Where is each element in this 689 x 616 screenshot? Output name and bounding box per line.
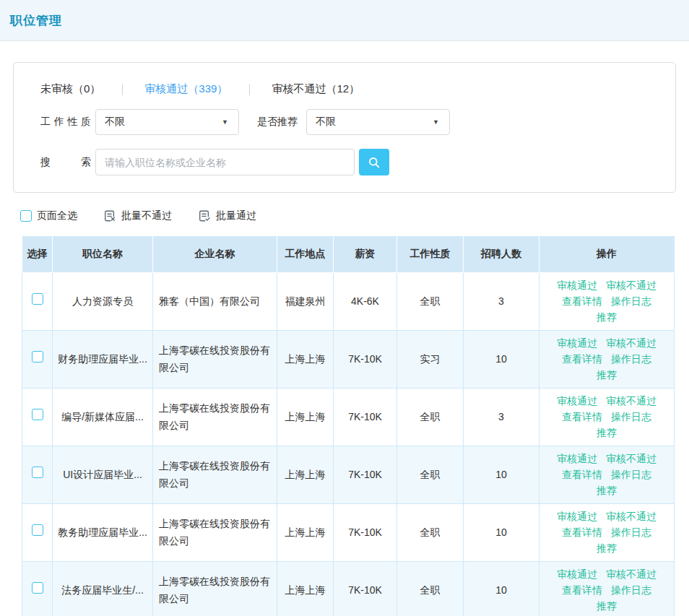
action-view-detail-link[interactable]: 查看详情 bbox=[562, 526, 602, 538]
recommend-select[interactable]: 不限 ▼ bbox=[306, 109, 450, 135]
page-header-band: 职位管理 bbox=[0, 0, 689, 41]
location-cell: 上海上海 bbox=[277, 503, 334, 561]
action-reject-link[interactable]: 审核不通过 bbox=[606, 395, 656, 407]
action-recommend-link[interactable]: 推荐 bbox=[597, 369, 617, 381]
location-cell: 上海上海 bbox=[277, 330, 334, 388]
salary-cell: 7K-10K bbox=[334, 561, 397, 616]
location-cell: 福建泉州 bbox=[277, 272, 334, 330]
action-view-detail-link[interactable]: 查看详情 bbox=[562, 295, 602, 307]
action-log-link[interactable]: 操作日志 bbox=[611, 584, 651, 596]
action-approve-link[interactable]: 审核通过 bbox=[557, 337, 597, 349]
company-name: 上海零碳在线投资股份有限公司 bbox=[159, 402, 270, 431]
nature-cell: 全职 bbox=[397, 272, 464, 330]
job-nature: 全职 bbox=[420, 295, 441, 307]
job-nature-select[interactable]: 不限 ▼ bbox=[95, 109, 239, 135]
job-nature-value: 不限 bbox=[105, 116, 125, 129]
recruit-count: 10 bbox=[495, 469, 507, 480]
recruit-count: 10 bbox=[495, 353, 507, 365]
work-location: 上海上海 bbox=[285, 584, 326, 596]
batch-approve-button[interactable]: 批量通过 bbox=[198, 209, 256, 222]
batch-reject-label: 批量不通过 bbox=[121, 209, 172, 222]
count-cell: 3 bbox=[464, 272, 540, 330]
action-reject-link[interactable]: 审核不通过 bbox=[606, 453, 656, 464]
actions-cell: 审核通过审核不通过查看详情操作日志推荐 bbox=[540, 561, 675, 616]
action-approve-link[interactable]: 审核通过 bbox=[557, 453, 597, 464]
position-name: 教务助理应届毕业... bbox=[58, 526, 147, 538]
tab-approved[interactable]: 审核通过（339） bbox=[144, 82, 228, 96]
search-button[interactable] bbox=[359, 149, 389, 175]
tab-rejected[interactable]: 审核不通过（12） bbox=[272, 82, 360, 96]
row-checkbox[interactable] bbox=[32, 467, 43, 478]
action-approve-link[interactable]: 审核通过 bbox=[557, 279, 597, 291]
action-view-detail-link[interactable]: 查看详情 bbox=[562, 584, 602, 596]
salary-cell: 7K-10K bbox=[334, 388, 397, 446]
row-checkbox[interactable] bbox=[32, 582, 43, 594]
company-cell: 上海零碳在线投资股份有限公司 bbox=[153, 388, 277, 446]
position-cell: 教务助理应届毕业... bbox=[53, 503, 153, 561]
work-location: 上海上海 bbox=[285, 469, 326, 480]
action-reject-link[interactable]: 审核不通过 bbox=[606, 568, 656, 580]
action-recommend-link[interactable]: 推荐 bbox=[597, 485, 617, 496]
company-cell: 上海零碳在线投资股份有限公司 bbox=[153, 330, 277, 388]
column-header-company: 企业名称 bbox=[153, 236, 277, 272]
table-row: 编导/新媒体应届... 上海零碳在线投资股份有限公司 上海上海 7K-10K 全… bbox=[22, 388, 675, 446]
action-reject-link[interactable]: 审核不通过 bbox=[606, 337, 656, 349]
action-view-detail-link[interactable]: 查看详情 bbox=[562, 469, 602, 480]
action-recommend-link[interactable]: 推荐 bbox=[597, 542, 617, 554]
nature-cell: 全职 bbox=[397, 388, 464, 446]
action-log-link[interactable]: 操作日志 bbox=[611, 469, 651, 480]
action-approve-link[interactable]: 审核通过 bbox=[557, 511, 597, 522]
action-log-link[interactable]: 操作日志 bbox=[611, 353, 651, 365]
select-all-checkbox[interactable] bbox=[20, 210, 32, 222]
action-log-link[interactable]: 操作日志 bbox=[611, 411, 651, 422]
count-cell: 10 bbox=[464, 503, 540, 561]
company-name: 上海零碳在线投资股份有限公司 bbox=[159, 518, 270, 547]
page-title: 职位管理 bbox=[10, 12, 62, 29]
count-cell: 10 bbox=[464, 446, 540, 503]
filter-row: 工 作 性 质 不限 ▼ 是否推荐 不限 ▼ bbox=[40, 109, 649, 135]
action-log-link[interactable]: 操作日志 bbox=[611, 295, 651, 307]
action-approve-link[interactable]: 审核通过 bbox=[557, 395, 597, 407]
actions-cell: 审核通过审核不通过查看详情操作日志推荐 bbox=[540, 446, 675, 503]
actions-cell: 审核通过审核不通过查看详情操作日志推荐 bbox=[540, 503, 675, 561]
select-cell bbox=[22, 388, 53, 446]
action-approve-link[interactable]: 审核通过 bbox=[557, 568, 597, 580]
search-input[interactable] bbox=[95, 149, 355, 175]
job-nature-label: 工 作 性 质 bbox=[40, 116, 91, 129]
table-row: 财务助理应届毕业... 上海零碳在线投资股份有限公司 上海上海 7K-10K 实… bbox=[22, 330, 675, 388]
action-reject-link[interactable]: 审核不通过 bbox=[606, 511, 656, 522]
work-location: 上海上海 bbox=[285, 353, 326, 365]
job-nature: 全职 bbox=[420, 469, 441, 480]
salary-range: 7K-10K bbox=[348, 584, 382, 596]
select-cell bbox=[22, 330, 53, 388]
batch-reject-button[interactable]: 批量不通过 bbox=[103, 209, 172, 222]
tab-divider bbox=[122, 84, 123, 95]
positions-table: 选择 职位名称 企业名称 工作地点 薪资 工作性质 招聘人数 操作 人力资源专员… bbox=[22, 236, 675, 616]
column-header-count: 招聘人数 bbox=[464, 236, 540, 272]
row-checkbox[interactable] bbox=[32, 351, 43, 363]
location-cell: 上海上海 bbox=[277, 388, 334, 446]
table-header-row: 选择 职位名称 企业名称 工作地点 薪资 工作性质 招聘人数 操作 bbox=[22, 236, 675, 272]
company-name: 上海零碳在线投资股份有限公司 bbox=[159, 576, 270, 604]
job-nature: 实习 bbox=[420, 353, 441, 365]
action-view-detail-link[interactable]: 查看详情 bbox=[562, 411, 602, 422]
action-reject-link[interactable]: 审核不通过 bbox=[606, 279, 656, 291]
action-log-link[interactable]: 操作日志 bbox=[611, 526, 651, 538]
action-recommend-link[interactable]: 推荐 bbox=[597, 600, 617, 612]
tab-unreviewed[interactable]: 未审核（0） bbox=[40, 82, 100, 96]
row-checkbox[interactable] bbox=[32, 293, 43, 305]
company-name: 上海零碳在线投资股份有限公司 bbox=[159, 344, 270, 373]
action-recommend-link[interactable]: 推荐 bbox=[597, 311, 617, 323]
table-body: 人力资源专员 雅客（中国）有限公司 福建泉州 4K-6K 全职 3 审核通过审核… bbox=[22, 272, 675, 616]
row-checkbox[interactable] bbox=[32, 409, 43, 420]
job-nature: 全职 bbox=[420, 584, 441, 596]
action-view-detail-link[interactable]: 查看详情 bbox=[562, 353, 602, 365]
column-header-nature: 工作性质 bbox=[397, 236, 464, 272]
column-header-location: 工作地点 bbox=[277, 236, 334, 272]
company-cell: 上海零碳在线投资股份有限公司 bbox=[153, 503, 277, 561]
row-checkbox[interactable] bbox=[32, 524, 43, 536]
action-recommend-link[interactable]: 推荐 bbox=[597, 427, 617, 438]
company-name: 上海零碳在线投资股份有限公司 bbox=[159, 460, 270, 489]
work-location: 上海上海 bbox=[285, 411, 326, 422]
recruit-count: 3 bbox=[498, 295, 504, 307]
